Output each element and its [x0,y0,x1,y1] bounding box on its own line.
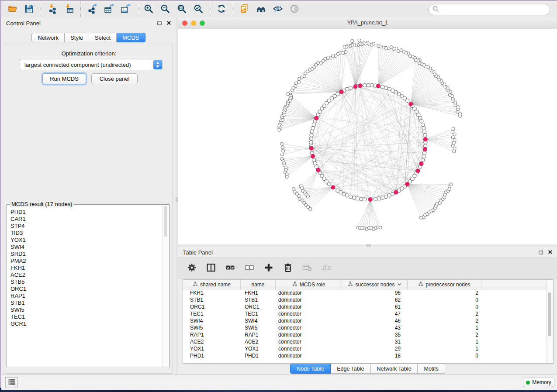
network-node[interactable] [356,197,359,200]
network-leaf-node[interactable] [379,226,382,229]
network-leaf-node[interactable] [343,45,346,48]
network-leaf-node[interactable] [280,142,283,145]
network-canvas[interactable] [178,29,557,244]
network-leaf-node[interactable] [282,149,285,152]
first-neighbors-button[interactable] [253,2,270,16]
network-leaf-node[interactable] [358,39,361,42]
network-leaf-node[interactable] [400,48,403,52]
network-node[interactable] [381,85,384,89]
network-node[interactable] [363,83,367,87]
search-box[interactable] [429,4,550,15]
mcds-result-item[interactable]: PMA2 [10,258,163,265]
table-row[interactable]: SWI4SWI4dominator462 [183,317,553,324]
network-node[interactable] [327,182,331,186]
table-row[interactable]: STB1STB1dominator620 [183,296,553,303]
import-network-button[interactable] [44,2,61,16]
network-selected-node[interactable] [405,182,409,186]
mcds-result-item[interactable]: TEC1 [10,313,163,320]
mcds-result-item[interactable]: CAR1 [10,216,163,223]
mcds-result-item[interactable]: STB5 [10,279,163,285]
tab-network[interactable]: Network [31,33,65,42]
tab-style[interactable]: Style [65,33,89,42]
network-node[interactable] [391,89,394,92]
column-header-successor-nodes[interactable]: successor nodes [342,280,408,289]
network-node[interactable] [423,151,426,155]
task-history-button[interactable] [5,377,18,388]
table-row[interactable]: ACE2ACE2connector311 [183,338,553,345]
network-leaf-node[interactable] [351,39,354,42]
network-leaf-node[interactable] [377,45,380,48]
network-node[interactable] [370,83,374,87]
table-row[interactable]: ORC1ORC1dominator610 [183,303,553,310]
network-leaf-node[interactable] [280,153,284,156]
table-row[interactable]: YOX1YOX1connector291 [183,345,553,352]
search-input[interactable] [439,6,550,13]
network-node[interactable] [310,130,314,133]
mcds-result-item[interactable]: SWI5 [10,306,163,313]
network-leaf-node[interactable] [414,58,417,62]
mcds-result-item[interactable]: TID3 [10,230,163,237]
mcds-result-item[interactable]: STP4 [10,223,163,230]
delete-row-button[interactable] [281,262,294,275]
close-panel-button[interactable]: Close panel [91,73,138,84]
network-selected-node[interactable] [368,197,372,201]
network-node[interactable] [421,123,424,126]
network-node[interactable] [423,130,426,133]
mcds-result-item[interactable]: YOX1 [10,237,163,244]
network-node[interactable] [346,194,349,197]
zoom-out-button[interactable] [157,2,173,16]
network-node[interactable] [349,195,352,198]
network-selected-node[interactable] [416,169,420,173]
open-session-button[interactable] [4,2,21,16]
show-columns-button[interactable] [204,262,218,275]
table-scrollbar[interactable] [547,280,553,363]
network-node[interactable] [311,126,315,130]
network-leaf-node[interactable] [451,130,454,133]
column-header-predecessor-nodes[interactable]: predecessor nodes [408,280,481,289]
network-node[interactable] [363,198,367,201]
table-row[interactable]: TEC1TEC1connector472 [183,310,553,317]
network-from-selection-button[interactable] [236,2,253,16]
tab-edge-table[interactable]: Edge Table [331,364,370,374]
network-node[interactable] [312,123,315,126]
network-node[interactable] [359,197,363,201]
table-row[interactable]: PHD1PHD1dominator180 [183,352,553,359]
export-image-button[interactable] [117,2,134,16]
deselect-all-rows-button[interactable] [243,262,256,275]
tab-select[interactable]: Select [89,33,117,42]
network-node[interactable] [374,197,377,201]
zoom-fit-button[interactable] [173,2,190,16]
network-leaf-node[interactable] [298,197,301,200]
mcds-result-item[interactable]: PHD1 [10,209,163,216]
network-leaf-node[interactable] [287,93,290,96]
network-selected-node[interactable] [311,154,315,158]
network-leaf-node[interactable] [450,183,453,186]
network-leaf-node[interactable] [453,147,456,150]
import-table-button[interactable] [61,2,77,16]
apply-layout-button[interactable] [213,2,230,16]
network-node[interactable] [367,83,370,87]
mcds-result-item[interactable]: RAP1 [10,292,163,299]
float-panel-icon[interactable] [156,20,163,26]
network-leaf-node[interactable] [309,207,312,210]
close-table-panel-icon[interactable] [547,249,554,255]
column-header-MCDS-role[interactable]: MCDS role [276,280,342,289]
column-header-shared-name[interactable]: shared name [183,280,241,289]
export-table-button[interactable] [100,2,117,16]
network-node[interactable] [312,158,315,162]
network-leaf-node[interactable] [453,133,456,136]
network-selected-node[interactable] [423,147,427,151]
network-node[interactable] [313,162,317,165]
mcds-result-item[interactable]: STB1 [10,299,163,306]
network-leaf-node[interactable] [448,93,451,96]
run-mcds-button[interactable]: Run MCDS [42,73,86,84]
table-row[interactable]: RAP1RAP1dominator352 [183,331,553,338]
network-node[interactable] [422,155,426,158]
table-settings-button[interactable] [185,262,198,275]
network-node[interactable] [381,196,384,199]
column-header-name[interactable]: name [241,280,276,289]
tab-motifs[interactable]: Motifs [418,364,445,374]
save-session-button[interactable] [21,2,38,16]
network-selected-node[interactable] [376,84,380,88]
network-selected-node[interactable] [419,162,423,165]
